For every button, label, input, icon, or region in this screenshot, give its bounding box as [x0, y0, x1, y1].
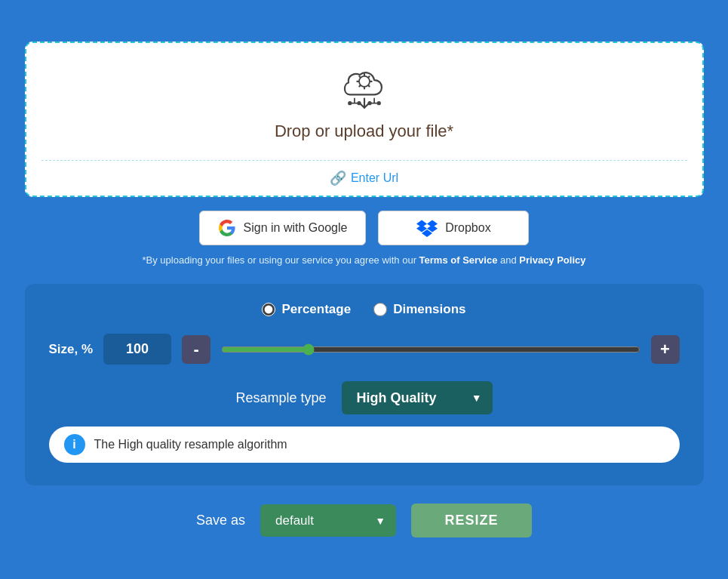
main-container: Drop or upload your file* 🔗 Enter Url Si…: [25, 42, 704, 537]
radio-percentage[interactable]: [262, 303, 275, 316]
resample-label: Resample type: [235, 390, 326, 406]
link-icon: 🔗: [330, 170, 346, 186]
plus-button[interactable]: +: [651, 335, 680, 364]
dropbox-button-label: Dropbox: [445, 221, 490, 235]
svg-line-9: [359, 85, 360, 86]
radio-dimensions[interactable]: [373, 303, 387, 316]
size-row: Size, % - +: [49, 334, 680, 365]
radio-row: Percentage Dimensions: [49, 302, 680, 317]
upload-area[interactable]: Drop or upload your file* 🔗 Enter Url: [25, 42, 704, 197]
terms-middle: and: [497, 254, 519, 266]
save-row: Save as default jpg png gif bmp tiff RES…: [25, 504, 704, 537]
google-button-label: Sign in with Google: [244, 221, 348, 235]
save-select-wrapper: default jpg png gif bmp tiff: [260, 504, 396, 537]
svg-line-7: [368, 85, 369, 86]
resample-select[interactable]: High Quality Lanczos Bilinear Nearest: [342, 381, 493, 414]
resample-row: Resample type High Quality Lanczos Bilin…: [49, 381, 680, 414]
pp-link[interactable]: Privacy Policy: [519, 254, 585, 266]
svg-point-17: [377, 102, 380, 105]
upload-text: Drop or upload your file*: [275, 122, 453, 141]
controls-section: Percentage Dimensions Size, % - + Resamp…: [25, 284, 704, 485]
save-label: Save as: [196, 513, 245, 528]
save-select[interactable]: default jpg png gif bmp tiff: [260, 504, 396, 537]
svg-point-12: [349, 102, 352, 105]
enter-url-row[interactable]: 🔗 Enter Url: [41, 161, 687, 196]
dimensions-label: Dimensions: [393, 302, 465, 317]
minus-button[interactable]: -: [182, 335, 210, 364]
slider-container: [221, 343, 640, 356]
buttons-row: Sign in with Google Dropbox: [25, 211, 704, 245]
upload-icon: [338, 66, 391, 114]
sign-in-google-button[interactable]: Sign in with Google: [199, 211, 367, 245]
resample-select-wrapper: High Quality Lanczos Bilinear Nearest: [342, 381, 493, 414]
enter-url-text[interactable]: Enter Url: [351, 171, 398, 185]
dropbox-button[interactable]: Dropbox: [378, 211, 529, 245]
info-text: The High quality resample algorithm: [94, 438, 287, 451]
info-icon: i: [64, 434, 85, 455]
percentage-label: Percentage: [281, 302, 351, 317]
svg-point-13: [358, 102, 361, 105]
radio-percentage-label[interactable]: Percentage: [262, 302, 351, 317]
svg-line-8: [368, 76, 369, 77]
google-icon: [218, 219, 236, 237]
size-slider[interactable]: [221, 346, 640, 353]
upload-inner: Drop or upload your file*: [41, 66, 687, 160]
size-input[interactable]: [103, 334, 171, 365]
terms-text: *By uploading your files or using our se…: [25, 254, 704, 266]
tos-link[interactable]: Terms of Service: [419, 254, 498, 266]
info-row: i The High quality resample algorithm: [49, 427, 680, 463]
resize-button[interactable]: RESIZE: [411, 504, 532, 537]
radio-dimensions-label[interactable]: Dimensions: [373, 302, 465, 317]
size-label: Size, %: [49, 342, 94, 357]
terms-before: *By uploading your files or using our se…: [143, 254, 419, 266]
dropbox-icon: [416, 219, 438, 237]
svg-line-6: [359, 76, 360, 77]
svg-point-16: [368, 102, 371, 105]
